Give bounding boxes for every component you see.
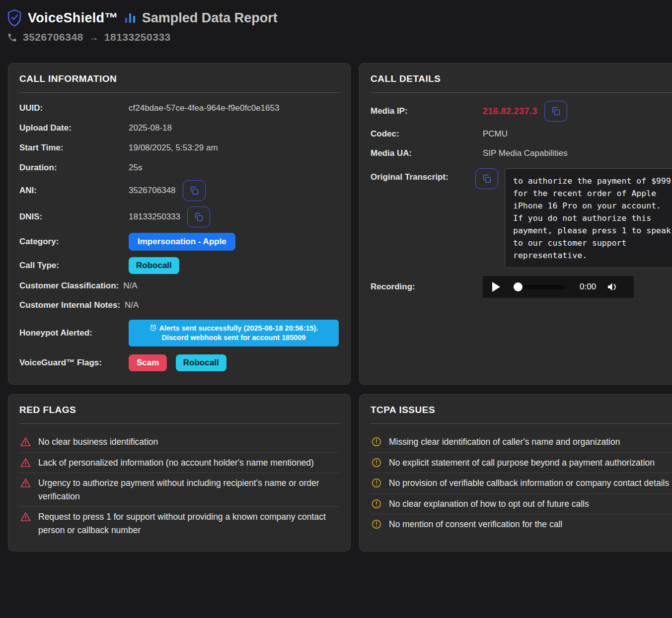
field-label: Recording:: [371, 282, 483, 292]
upload-date-row: Upload Date: 2025-08-18: [19, 121, 339, 135]
ani-row: ANI: 3526706348: [19, 180, 339, 201]
field-label: Honeypot Alerted:: [19, 328, 129, 338]
dnis-value-group: 18133250333: [129, 206, 210, 227]
shield-check-icon: [7, 9, 22, 27]
honeypot-status-text: Alerts sent successfully (2025-08-18 20:…: [159, 324, 318, 342]
tcpa-issue-text: No clear explanation of how to opt out o…: [389, 497, 589, 511]
field-label: Start Time:: [19, 143, 129, 153]
phone-icon: [7, 32, 17, 43]
call-information-card: CALL INFORMATION UUID: cf24bdae-57ce-4fe…: [8, 63, 351, 385]
warning-triangle-icon: [20, 458, 31, 468]
card-title: TCPA ISSUES: [371, 405, 672, 415]
voiceguard-flags-group: Scam Robocall: [129, 354, 226, 371]
copy-icon: [550, 106, 561, 117]
codec-row: Codec: PCMU: [371, 127, 672, 141]
start-time-row: Start Time: 19/08/2025, 5:53:29 am: [19, 140, 339, 155]
scam-flag-badge: Scam: [129, 354, 167, 371]
tcpa-issue-text: No mention of consent verification for t…: [389, 518, 562, 531]
copy-transcript-button[interactable]: [475, 168, 498, 189]
alert-circle-icon: [372, 458, 381, 468]
arrow-right-icon: →: [89, 32, 99, 43]
warning-triangle-icon: [20, 478, 31, 488]
warning-triangle-icon: [20, 437, 31, 447]
call-route: 3526706348 → 18133250333: [7, 31, 664, 43]
report-header: VoiceShield™ Sampled Data Report 3526706…: [0, 0, 672, 43]
category-badge: Impersonation - Apple: [129, 233, 235, 251]
alert-circle-icon: [372, 437, 381, 447]
honeypot-alerted-row: Honeypot Alerted: Alerts sent successful…: [19, 320, 339, 346]
original-transcript-row: Original Transcript: to authorize the pa…: [371, 168, 672, 268]
report-body: CALL INFORMATION UUID: cf24bdae-57ce-4fe…: [8, 63, 672, 551]
customer-internal-notes-value: N/A: [125, 300, 139, 310]
call-type-badge: Robocall: [129, 257, 179, 274]
start-time-value: 19/08/2025, 5:53:29 am: [129, 143, 218, 153]
red-flag-text: Urgency to authorize payment without inc…: [38, 477, 338, 503]
tcpa-issues-card: TCPA ISSUES Missing clear identification…: [359, 394, 672, 551]
honeypot-status-badge: Alerts sent successfully (2025-08-18 20:…: [129, 320, 339, 346]
dnis-value: 18133250333: [129, 212, 180, 222]
ani-value: 3526706348: [129, 186, 176, 196]
bar-chart-icon: [124, 11, 136, 24]
card-title: CALL INFORMATION: [19, 73, 339, 84]
copy-icon: [189, 185, 200, 196]
voiceguard-flags-row: VoiceGuard™ Flags: Scam Robocall: [19, 354, 339, 371]
uuid-row: UUID: cf24bdae-57ce-4fea-964e-f9e0fc0e16…: [19, 101, 339, 115]
red-flag-text: No clear business identification: [38, 435, 158, 449]
divider: [19, 423, 339, 424]
tcpa-issue-text: No provision of verifiable callback info…: [389, 477, 669, 490]
warning-triangle-icon: [20, 512, 31, 522]
alert-circle-icon: [372, 499, 381, 509]
customer-internal-notes-row: Customer Internal Notes:N/A: [19, 300, 339, 311]
red-flags-card: RED FLAGS No clear business identificati…: [8, 394, 351, 551]
page-title: Sampled Data Report: [142, 10, 278, 26]
field-label: Customer Internal Notes:: [19, 300, 120, 310]
red-flag-item: Urgency to authorize payment without inc…: [19, 473, 339, 506]
red-flag-item: Lack of personalized information (no acc…: [19, 452, 339, 473]
red-flag-item: No clear business identification: [19, 432, 339, 452]
field-label: Codec:: [371, 129, 483, 139]
transcript-text: to authorize the payment of $999 for the…: [505, 168, 672, 268]
media-ua-row: Media UA: SIP Media Capabilities: [371, 146, 672, 160]
title-line: VoiceShield™ Sampled Data Report: [7, 9, 664, 27]
play-button[interactable]: [492, 282, 500, 292]
field-label: Call Type:: [19, 261, 129, 271]
app-name: VoiceShield™: [28, 10, 118, 26]
field-label: Category:: [19, 237, 129, 247]
copy-media-ip-button[interactable]: [544, 101, 567, 122]
field-label: VoiceGuard™ Flags:: [19, 358, 129, 368]
customer-classification-value: N/A: [123, 281, 137, 290]
field-label: Upload Date:: [19, 123, 129, 133]
copy-icon: [481, 173, 492, 184]
red-flag-text: Request to press 1 for support without p…: [38, 510, 338, 537]
field-label: Customer Classification:: [19, 281, 119, 290]
tcpa-issue-item: No provision of verifiable callback info…: [371, 473, 672, 493]
tcpa-issue-item: No clear explanation of how to opt out o…: [371, 493, 672, 514]
volume-button[interactable]: [607, 282, 617, 292]
alert-circle-icon: [372, 478, 381, 488]
dnis-row: DNIS: 18133250333: [19, 206, 339, 227]
seek-slider[interactable]: [517, 285, 565, 289]
recording-row: Recording: 0:00: [371, 276, 672, 298]
field-label: Media UA:: [371, 148, 483, 158]
red-flag-item: Request to press 1 for support without p…: [19, 506, 339, 540]
red-flag-text: Lack of personalized information (no acc…: [38, 456, 314, 470]
upload-date-value: 2025-08-18: [129, 123, 172, 133]
copy-ani-button[interactable]: [183, 180, 206, 201]
customer-classification-row: Customer Classification:N/A: [19, 281, 339, 292]
duration-value: 25s: [129, 163, 142, 173]
tcpa-issue-item: Missing clear identification of caller's…: [371, 432, 672, 452]
call-details-card: CALL DETAILS Media IP: 216.82.237.3 Code…: [359, 63, 672, 385]
call-type-row: Call Type: Robocall: [19, 257, 339, 274]
seek-knob[interactable]: [514, 282, 523, 291]
robocall-flag-badge: Robocall: [176, 354, 226, 371]
field-label: UUID:: [19, 103, 129, 113]
field-label: DNIS:: [19, 212, 129, 222]
tcpa-issue-text: No explicit statement of call purpose be…: [389, 456, 655, 470]
codec-value: PCMU: [483, 129, 508, 139]
field-label: Duration:: [19, 163, 129, 173]
audio-player: 0:00: [483, 276, 634, 298]
divider: [19, 92, 339, 93]
uuid-value: cf24bdae-57ce-4fea-964e-f9e0fc0e1653: [129, 103, 279, 113]
copy-dnis-button[interactable]: [187, 206, 210, 227]
field-label: Media IP:: [371, 106, 483, 116]
